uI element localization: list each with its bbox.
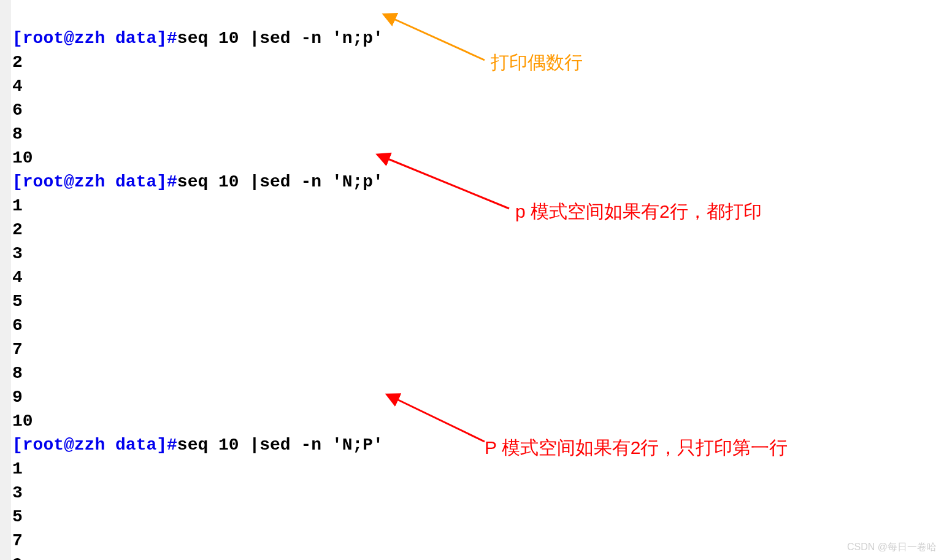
annotation-uppercase-p: P 模式空间如果有2行，只打印第一行 bbox=[485, 435, 788, 461]
output-row: 8 bbox=[12, 125, 23, 144]
output-row: 1 bbox=[12, 459, 23, 478]
annotation-lowercase-p: p 模式空间如果有2行，都打印 bbox=[515, 199, 762, 224]
terminal-output: [root@zzh data]#seq 10 |sed -n 'n;p' 2 4… bbox=[12, 2, 383, 560]
command-2: seq 10 |sed -n 'N;p' bbox=[177, 172, 383, 191]
output-row: 1 bbox=[12, 196, 23, 215]
prompt-3: [root@zzh data]# bbox=[12, 435, 177, 455]
svg-line-1 bbox=[386, 158, 509, 209]
output-row: 3 bbox=[12, 483, 23, 502]
output-row: 2 bbox=[12, 53, 23, 72]
output-row: 7 bbox=[12, 531, 23, 550]
output-row: 6 bbox=[12, 316, 23, 335]
svg-line-2 bbox=[396, 399, 485, 442]
annotation-even-lines: 打印偶数行 bbox=[491, 50, 583, 75]
output-row: 10 bbox=[12, 412, 33, 431]
output-row: 5 bbox=[12, 507, 23, 526]
prompt-1: [root@zzh data]# bbox=[12, 29, 177, 48]
output-row: 8 bbox=[12, 364, 23, 383]
output-row: 4 bbox=[12, 77, 23, 96]
output-row: 5 bbox=[12, 292, 23, 311]
output-row: 9 bbox=[12, 555, 23, 560]
command-1: seq 10 |sed -n 'n;p' bbox=[177, 29, 383, 48]
output-row: 6 bbox=[12, 101, 23, 120]
svg-line-0 bbox=[393, 18, 485, 60]
output-row: 10 bbox=[12, 148, 33, 167]
output-row: 2 bbox=[12, 220, 23, 239]
prompt-2: [root@zzh data]# bbox=[12, 172, 177, 191]
output-row: 9 bbox=[12, 388, 23, 407]
output-row: 4 bbox=[12, 268, 23, 287]
command-3: seq 10 |sed -n 'N;P' bbox=[177, 435, 383, 455]
output-row: 7 bbox=[12, 340, 23, 359]
watermark: CSDN @每日一卷哈 bbox=[847, 541, 937, 554]
output-row: 3 bbox=[12, 244, 23, 263]
gutter bbox=[0, 0, 11, 560]
